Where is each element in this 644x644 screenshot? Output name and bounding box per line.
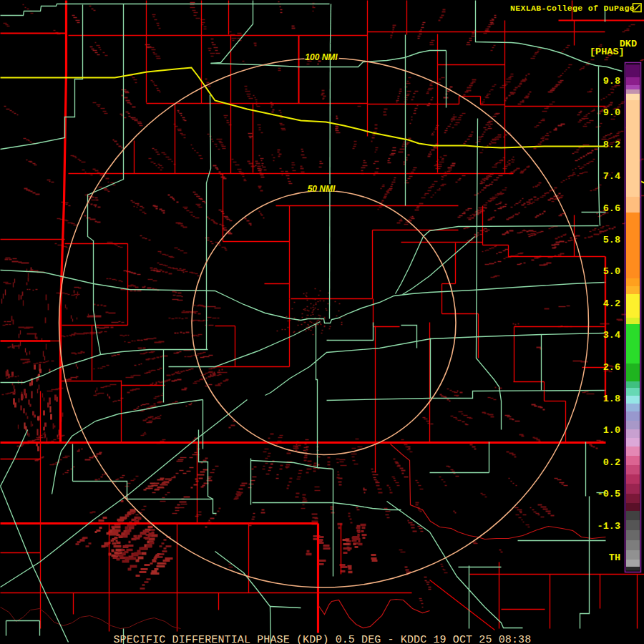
svg-text:5.8: 5.8	[603, 235, 620, 245]
svg-text:[PHAS]: [PHAS]	[590, 47, 625, 57]
svg-text:3.4: 3.4	[603, 330, 620, 341]
svg-text:50 NMI: 50 NMI	[308, 184, 336, 194]
svg-text:6.6: 6.6	[603, 203, 620, 214]
svg-text:2.6: 2.6	[603, 362, 620, 373]
svg-text:-0.5: -0.5	[597, 489, 620, 499]
svg-text:5.0: 5.0	[603, 266, 620, 277]
svg-text:9.8: 9.8	[603, 76, 620, 87]
svg-text:1.8: 1.8	[603, 394, 620, 404]
svg-text:0.2: 0.2	[603, 457, 620, 468]
svg-text:1.0: 1.0	[603, 425, 620, 436]
svg-text:SPECIFIC DIFFERENTIAL PHASE (K: SPECIFIC DIFFERENTIAL PHASE (KDP) 0.5 DE…	[114, 634, 532, 644]
svg-text:9.0: 9.0	[603, 107, 620, 118]
svg-text:100 NMI: 100 NMI	[305, 52, 338, 62]
svg-text:8.2: 8.2	[603, 140, 620, 150]
svg-text:-1.3: -1.3	[597, 521, 620, 532]
svg-text:TH: TH	[609, 552, 620, 563]
svg-text:7.4: 7.4	[603, 171, 620, 182]
svg-text:4.2: 4.2	[603, 298, 620, 309]
svg-text:NEXLAB-College of DuPage: NEXLAB-College of DuPage	[510, 4, 635, 13]
